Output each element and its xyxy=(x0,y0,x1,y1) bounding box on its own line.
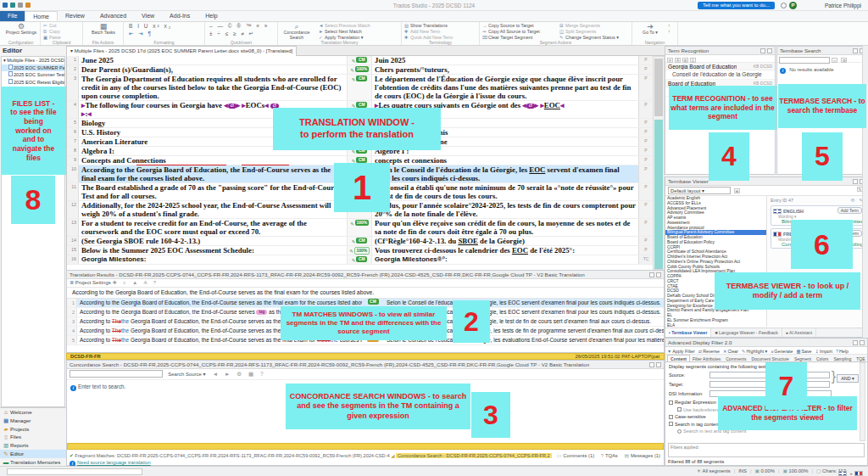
concordance-nav-icons[interactable]: ◄ ► ⚙ ▦ ? xyxy=(213,371,266,378)
segment-status[interactable]: ✎CM xyxy=(347,237,372,245)
select-previous-match-button[interactable]: ◄Select Previous Match xyxy=(319,23,370,29)
close-icon[interactable] xyxy=(767,48,772,53)
source-cell[interactable]: The Board established a grade of 70 as t… xyxy=(79,183,347,200)
user-name[interactable]: Patrice Philippi xyxy=(825,3,861,8)
target-cell[interactable]: Le Conseil a établi qu'une note minimum … xyxy=(372,183,638,200)
tell-me-button[interactable]: Tell me what you want to do... xyxy=(698,2,775,9)
nav-item-welcome[interactable]: ⌂Welcome xyxy=(0,408,66,417)
segment-status[interactable]: ✎100% xyxy=(347,219,372,236)
ribbon-tab-help[interactable]: Help xyxy=(198,11,225,21)
source-cell[interactable]: Dear Parent (s)/Guardian(s), xyxy=(79,65,347,74)
cut-button[interactable]: ✂Cut xyxy=(43,23,61,29)
adf-tab-content[interactable]: Content xyxy=(667,355,690,362)
close-icon[interactable] xyxy=(860,340,865,345)
file-tree-item[interactable]: 2025 EOC Retest Eligibility L... xyxy=(2,79,64,87)
termbase-search-input[interactable] xyxy=(779,57,830,64)
adf-tab-tqe[interactable]: TQE xyxy=(854,356,867,362)
concordance-search-button[interactable]: ⌕Concordance Search xyxy=(280,23,314,40)
list-icon[interactable]: ≣ xyxy=(734,188,740,193)
adf-reverse-button[interactable]: ⇄Reverse xyxy=(698,348,720,355)
show-translations-button[interactable]: ▤Show Translations xyxy=(404,23,453,29)
concordance-status-highlight[interactable]: Concordance Search - DCSD-FR-FR,2025-CCP… xyxy=(396,453,552,458)
target-cell[interactable]: Georgia Milestones®°: xyxy=(372,255,638,264)
adf-highlight--button[interactable]: ✎Highlight ▾ xyxy=(742,348,767,355)
document-tab[interactable]: ▾ Multiple Files - 2025 DCSD 17d (2025 E… xyxy=(66,46,297,56)
add-new-term-button[interactable]: ✚Add New Term xyxy=(404,29,453,35)
split-segments-button[interactable]: ◫Split Segments xyxy=(559,29,619,35)
file-tree-item[interactable]: 2025 EOC Summer Test Out... xyxy=(2,71,64,79)
target-cell[interactable]: Chers parents/°tuteurs, xyxy=(372,65,638,74)
change-segment-status--button[interactable]: ✎Change Segment Status ▾ xyxy=(559,35,619,41)
ribbon-tab-review[interactable]: Review xyxy=(58,11,92,21)
go-to--button[interactable]: ➔Go To ▾ xyxy=(633,23,667,36)
segment-status[interactable]: ✎100% xyxy=(347,246,372,255)
copy-all-source-to-target-button[interactable]: ⇒Copy All Source to Target xyxy=(482,29,540,35)
layout-dropdown[interactable]: Default layout ▾ xyxy=(668,187,731,194)
segment-status[interactable]: ✎CM xyxy=(347,255,372,264)
batch-tasks-button[interactable]: ▦Batch Tasks xyxy=(86,23,120,36)
segment-status[interactable]: ✎CM xyxy=(347,75,372,100)
nav-item-reports[interactable]: ▥Reports xyxy=(0,441,66,450)
avatar[interactable]: P xyxy=(789,2,797,9)
merge-segments-button[interactable]: ⊟Merge Segments xyxy=(559,23,619,29)
adf-tab-colors[interactable]: Colors xyxy=(814,356,831,362)
clear-target-segment-button[interactable]: ⌧Clear Target Segment xyxy=(482,35,540,41)
source-cell[interactable]: (See Georgia SBOE rule 160-4-2-.13.) xyxy=(79,237,347,245)
pin-icon[interactable] xyxy=(853,48,858,53)
project-settings-link[interactable]: Project Settings xyxy=(75,280,111,285)
adf-tab-document-structure[interactable]: Document Structure xyxy=(748,356,791,362)
target-cell[interactable]: Juin 2025 xyxy=(372,56,638,64)
source-cell[interactable]: June 2025 xyxy=(79,56,347,64)
search-icon[interactable]: ⌕ xyxy=(832,58,837,63)
ribbon-tab-home[interactable]: Home xyxy=(25,11,58,21)
combiner-dropdown[interactable]: AND ▾ xyxy=(837,374,859,383)
comments-count[interactable]: Comments (1) xyxy=(563,453,594,458)
source-cell[interactable]: The Georgia Department of Education requ… xyxy=(79,75,347,100)
target-cell[interactable]: (Cf°Règle°160-4-2-.13. du SBOE de la Géo… xyxy=(372,237,638,245)
segment-status[interactable]: ✎100% xyxy=(347,65,372,74)
target-cell[interactable]: De plus, pour l'année scolaire°2024-2025… xyxy=(372,201,638,218)
target-cell[interactable]: Pour qu'un élève reçoive son crédit de f… xyxy=(372,219,638,236)
copy-button[interactable]: ⧉Copy xyxy=(43,29,61,35)
apply-translation--button[interactable]: ✓Apply Translation ▾ xyxy=(319,35,370,41)
file-tree-item[interactable]: 2025 EOC SUMMER Parent... xyxy=(2,64,64,72)
editor-scrollbar[interactable] xyxy=(653,56,665,270)
settings-icon[interactable]: ⚙ xyxy=(841,58,847,63)
nav-item-projects[interactable]: ▰Projects xyxy=(0,425,66,434)
adf-import-button[interactable]: ↧Import xyxy=(815,348,832,355)
tqas-label[interactable]: TQAs xyxy=(605,453,618,458)
source-cell[interactable]: Concepts and Connections xyxy=(79,156,347,165)
target-cell[interactable]: Selon le Conseil de l'éducation de la Gé… xyxy=(372,165,638,182)
project-settings-button[interactable]: ⚙Project Settings xyxy=(4,23,38,36)
source-cell[interactable]: For a student to receive credit for an E… xyxy=(79,219,347,236)
adf-tab-sampling[interactable]: Sampling xyxy=(831,356,854,362)
close-icon[interactable] xyxy=(656,272,661,277)
pin-icon[interactable] xyxy=(760,48,765,53)
source-cell[interactable]: Additionally, for the 2024-2025 school y… xyxy=(79,201,347,218)
notifications-bell-icon[interactable] xyxy=(781,3,787,8)
select-next-match-button[interactable]: ►Select Next Match xyxy=(319,29,370,35)
scrollbar-thumb[interactable] xyxy=(654,59,663,116)
copy-source-to-target-button[interactable]: →Copy Source to Target xyxy=(482,23,540,29)
ribbon-tab-addins[interactable]: Add-Ins xyxy=(162,11,198,21)
nav-item-manager[interactable]: ▦Manager xyxy=(0,417,66,425)
target-cell[interactable]: Le département de l'Éducation de Géorgie… xyxy=(372,75,638,100)
bottom-tab-language-weaver-feedback[interactable]: ■ Language Weaver - Feedback xyxy=(711,328,782,337)
quick-add-new-term-button[interactable]: ✚Quick Add New Term xyxy=(404,35,453,41)
file-tree-root[interactable]: ▾ Multiple Files - 2025 DCSD 17d xyxy=(2,57,64,64)
adf-clear-button[interactable]: ✕Clear xyxy=(723,348,738,355)
adf-tab-comments[interactable]: Comments xyxy=(723,356,748,362)
ribbon-tab-file[interactable]: File xyxy=(0,11,25,21)
search-scope-dropdown[interactable]: Search Source ▾ xyxy=(168,371,205,377)
source-cell[interactable]: According to the Georgia Board of Educat… xyxy=(79,165,347,182)
bottom-tab-ai-assistant[interactable]: ● AI Assistant xyxy=(782,328,816,337)
ribbon-tab-view[interactable]: View xyxy=(134,11,162,21)
term-recognition-toolbar[interactable]: ≡A⚙↧ xyxy=(665,55,775,63)
target-cell[interactable]: Vous trouverez ci-dessous le calendrier … xyxy=(372,246,638,255)
termbase-list-item[interactable]: ELA xyxy=(665,323,766,328)
pin-icon[interactable] xyxy=(853,179,858,184)
pin-icon[interactable] xyxy=(853,340,858,345)
nav-item-files[interactable]: ▯Files xyxy=(0,433,66,441)
adf-help-button[interactable]: ?Help xyxy=(836,348,849,355)
bottom-tab-termbase-viewer[interactable]: ▪ Termbase Viewer xyxy=(665,328,711,337)
